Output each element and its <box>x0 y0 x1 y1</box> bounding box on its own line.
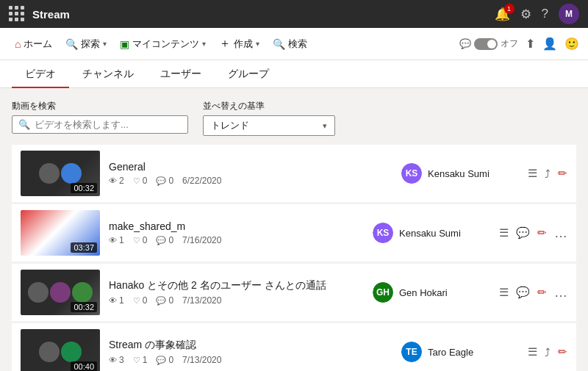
video-duration: 00:40 <box>71 361 97 371</box>
settings-icon[interactable]: ⚙ <box>520 7 531 22</box>
comment-action-icon[interactable]: 💬 <box>516 286 530 299</box>
eye-icon: 👁 <box>109 236 117 245</box>
video-thumbnail: 03:37 <box>21 210 100 256</box>
author-area: TE Taro Eagle <box>401 342 519 362</box>
nav-create[interactable]: ＋ 作成 ▾ <box>213 32 265 56</box>
create-plus-icon: ＋ <box>219 36 231 51</box>
create-chevron-icon: ▾ <box>256 40 259 48</box>
video-info: make_shared_m 👁 1 ♡ 0 💬 0 7/16/2020 <box>109 220 364 245</box>
nav-create-label: 作成 <box>234 37 253 51</box>
like-count: ♡ 0 <box>133 295 148 306</box>
more-icon[interactable]: … <box>554 285 567 300</box>
video-thumbnail: 00:32 <box>21 151 100 196</box>
table-row: 00:40 Stream の事象確認 👁 3 ♡ 1 💬 0 <box>12 323 576 371</box>
video-duration: 03:37 <box>71 242 97 253</box>
video-duration: 00:32 <box>71 183 97 193</box>
search-icon: 🔍 <box>273 38 285 50</box>
toggle-chat-icon[interactable]: 💬 <box>459 38 471 49</box>
nav-explore[interactable]: 🔍 探索 ▾ <box>60 33 112 55</box>
details-icon[interactable]: ☰ <box>499 286 509 299</box>
nav-search[interactable]: 🔍 検索 <box>267 33 313 55</box>
comment-count: 💬 0 <box>156 176 173 186</box>
tabs-bar: ビデオ チャンネル ユーザー グループ <box>0 60 588 88</box>
sort-filter-group: 並べ替えの基準 トレンド ▾ <box>203 100 335 136</box>
tab-user[interactable]: ユーザー <box>147 60 215 88</box>
search-box-icon: 🔍 <box>18 119 30 130</box>
sort-value: トレンド <box>211 119 249 132</box>
view-count: 👁 1 <box>109 235 124 245</box>
heart-icon: ♡ <box>133 296 140 306</box>
more-icon[interactable]: … <box>554 226 567 241</box>
search-box[interactable]: 🔍 <box>12 115 188 134</box>
comment-icon: 💬 <box>156 296 166 306</box>
app-launcher-icon[interactable] <box>9 6 25 22</box>
video-title[interactable]: General <box>109 161 392 173</box>
mycontent-icon: ▣ <box>120 38 129 50</box>
edit-icon[interactable]: ✏ <box>558 167 567 180</box>
app-title: Stream <box>32 8 70 21</box>
edit-icon[interactable]: ✏ <box>537 286 547 299</box>
sort-filter-label: 並べ替えの基準 <box>203 100 335 112</box>
navbar-right: 💬 オフ ⬆ 👤 🙂 <box>459 37 579 51</box>
video-thumbnail: 00:32 <box>21 270 100 315</box>
author-avatar: KS <box>401 163 422 184</box>
nav-explore-label: 探索 <box>81 37 100 51</box>
upload-icon[interactable]: ⬆ <box>526 37 535 51</box>
sort-select[interactable]: トレンド ▾ <box>203 115 335 136</box>
user-avatar[interactable]: M <box>559 4 579 24</box>
nav-mycontent-label: マイコンテンツ <box>132 37 199 51</box>
person-icon[interactable]: 👤 <box>542 37 557 51</box>
like-count: ♡ 0 <box>133 235 148 245</box>
edit-icon[interactable]: ✏ <box>558 345 567 359</box>
video-date: 6/22/2020 <box>182 176 221 186</box>
explore-chevron-icon: ▾ <box>103 40 107 48</box>
content-area: 動画を検索 🔍 並べ替えの基準 トレンド ▾ 00:32 <box>0 88 588 371</box>
video-date: 7/16/2020 <box>182 235 221 245</box>
toggle-label: オフ <box>501 37 518 50</box>
details-icon[interactable]: ☰ <box>528 167 537 180</box>
notif-badge: 1 <box>504 4 514 14</box>
comment-count: 💬 0 <box>156 235 173 245</box>
author-name: Gen Hokari <box>399 287 448 298</box>
tab-video[interactable]: ビデオ <box>12 60 69 88</box>
toggle-switch[interactable] <box>474 38 498 50</box>
video-info: Hanako とその他 2 名のユーザー さんとの通話 👁 1 ♡ 0 💬 0 … <box>109 279 364 306</box>
video-date: 7/13/2020 <box>182 355 221 365</box>
navbar-left: ⌂ ホーム 🔍 探索 ▾ ▣ マイコンテンツ ▾ ＋ 作成 ▾ 🔍 検索 <box>9 32 313 56</box>
nav-search-label: 検索 <box>288 37 307 51</box>
video-info: General 👁 2 ♡ 0 💬 0 6/22/2020 <box>109 161 392 186</box>
nav-mycontent[interactable]: ▣ マイコンテンツ ▾ <box>114 33 212 55</box>
author-avatar: GH <box>373 282 393 303</box>
video-title[interactable]: Stream の事象確認 <box>109 339 392 352</box>
author-name: Kensaku Sumi <box>428 168 490 179</box>
search-input[interactable] <box>35 119 182 130</box>
mycontent-chevron-icon: ▾ <box>202 40 206 48</box>
help-icon[interactable]: ? <box>542 7 548 21</box>
video-meta: 👁 3 ♡ 1 💬 0 7/13/2020 <box>109 355 392 365</box>
tab-group[interactable]: グループ <box>215 60 282 88</box>
view-count: 👁 2 <box>109 176 124 186</box>
emoji-icon[interactable]: 🙂 <box>564 37 579 51</box>
nav-home[interactable]: ⌂ ホーム <box>9 33 58 55</box>
share-icon[interactable]: ⤴ <box>545 168 551 180</box>
details-icon[interactable]: ☰ <box>528 345 537 359</box>
video-meta: 👁 1 ♡ 0 💬 0 7/16/2020 <box>109 235 364 245</box>
toggle-knob <box>487 40 496 48</box>
tab-channel[interactable]: チャンネル <box>69 60 147 88</box>
share-icon[interactable]: ⤴ <box>545 346 551 359</box>
details-icon[interactable]: ☰ <box>499 226 509 239</box>
heart-icon: ♡ <box>133 356 140 365</box>
explore-icon: 🔍 <box>65 38 78 50</box>
topbar-left: Stream <box>9 6 70 22</box>
view-count: 👁 1 <box>109 295 124 306</box>
author-avatar: TE <box>401 342 422 362</box>
video-meta: 👁 1 ♡ 0 💬 0 7/13/2020 <box>109 295 364 306</box>
edit-icon[interactable]: ✏ <box>537 226 547 239</box>
notification-icon[interactable]: 🔔 1 <box>495 7 510 22</box>
video-title[interactable]: Hanako とその他 2 名のユーザー さんとの通話 <box>109 279 364 292</box>
search-filter-group: 動画を検索 🔍 <box>12 100 188 134</box>
nav-home-label: ホーム <box>24 37 52 51</box>
comment-action-icon[interactable]: 💬 <box>516 226 530 239</box>
video-title[interactable]: make_shared_m <box>109 220 364 232</box>
home-icon: ⌂ <box>15 38 21 50</box>
